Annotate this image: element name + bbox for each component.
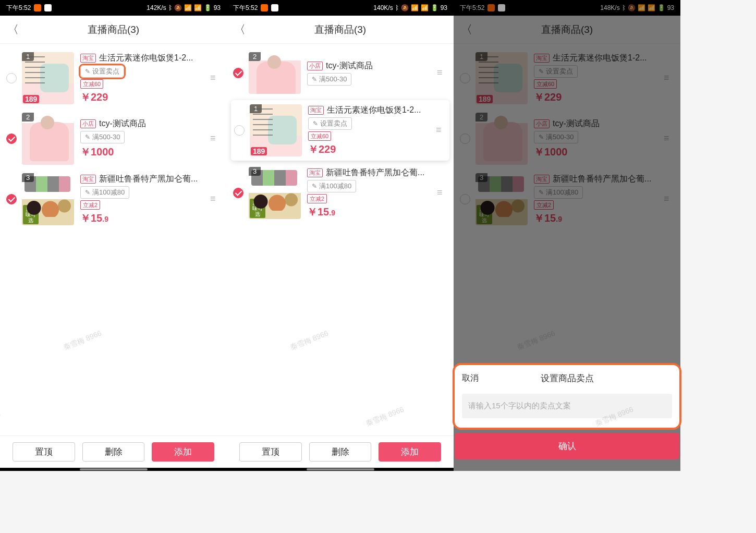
- product-checkbox[interactable]: [6, 73, 17, 83]
- product-info: 淘宝 生活元素迷你电饭煲1-2... 设置卖点 立减60 ￥229: [308, 105, 433, 156]
- set-sellpoint-button[interactable]: 满100减80: [307, 180, 356, 192]
- product-image[interactable]: 1 189: [250, 104, 302, 156]
- status-netspeed: 142K/s: [147, 4, 166, 11]
- store-tag: 淘宝: [80, 175, 96, 184]
- add-button[interactable]: 添加: [152, 442, 214, 462]
- battery-icon: 🔋: [204, 4, 212, 11]
- store-tag: 小店: [307, 62, 323, 70]
- product-checkbox[interactable]: [233, 188, 243, 198]
- product-list[interactable]: 2 小店 tcy-测试商品 满500-30 1 189 淘宝 生活元素迷你电: [227, 44, 454, 435]
- status-time: 下午5:52: [233, 4, 258, 13]
- wifi-icon: 📶: [421, 4, 429, 11]
- product-checkbox[interactable]: [6, 134, 17, 144]
- product-item[interactable]: 1 189 淘宝 生活元素迷你电饭煲1-2... 设置卖点 立减60 ￥229: [0, 48, 227, 108]
- footer-bar: 置顶 删除 添加: [227, 435, 454, 468]
- nav-bar: [0, 468, 227, 471]
- page-header: 〈 直播商品(3): [227, 16, 454, 44]
- product-info: 小店 tcy-测试商品 满500-30: [307, 60, 434, 86]
- product-rank-badge: 3: [22, 173, 34, 182]
- signal-icon: 📶: [411, 4, 419, 11]
- product-name: 新疆吐鲁番特产黑加仑葡...: [326, 167, 424, 178]
- set-sellpoint-button[interactable]: 满500-30: [307, 73, 351, 86]
- product-image-price: 189: [23, 95, 39, 103]
- product-name: tcy-测试商品: [326, 60, 373, 71]
- product-info: 淘宝 新疆吐鲁番特产黑加仑葡... 满100减80 立减2 ￥15.9: [307, 167, 434, 219]
- set-sellpoint-button[interactable]: 满100减80: [80, 186, 129, 199]
- product-item[interactable]: 3 多口味可选 淘宝 新疆吐鲁番特产黑加仑葡... 满100减80 立减2 ￥1…: [227, 163, 454, 223]
- battery-icon: 🔋: [431, 4, 438, 11]
- product-rank-badge: 1: [22, 52, 34, 61]
- product-checkbox[interactable]: [6, 194, 17, 204]
- product-item[interactable]: 2 小店 tcy-测试商品 满500-30 ￥1000: [0, 108, 227, 169]
- product-item[interactable]: 3 多口味可选 淘宝 新疆吐鲁番特产黑加仑葡... 满100减80 立减2 ￥1…: [0, 169, 227, 229]
- set-sellpoint-button[interactable]: 设置卖点: [308, 117, 352, 130]
- page-header: 〈 直播商品(3): [0, 16, 227, 44]
- product-price: ￥15.9: [80, 211, 207, 225]
- drag-handle-icon[interactable]: [210, 137, 221, 140]
- page-title: 直播商品(3): [88, 23, 139, 37]
- bluetooth-icon: ᛒ: [168, 4, 172, 11]
- product-info: 淘宝 生活元素迷你电饭煲1-2... 设置卖点 立减60 ￥229: [80, 53, 207, 104]
- sheet-panel: 取消 设置商品卖点 请输入15个字以内的卖点文案: [455, 365, 679, 428]
- product-corner-tag: 多口味可选: [250, 199, 265, 218]
- drag-handle-icon[interactable]: [437, 191, 447, 195]
- product-info: 小店 tcy-测试商品 满500-30 ￥1000: [80, 118, 207, 159]
- battery-level: 93: [441, 4, 447, 11]
- store-tag: 淘宝: [307, 168, 323, 177]
- back-button[interactable]: 〈: [7, 22, 19, 38]
- product-checkbox[interactable]: [233, 68, 243, 78]
- product-name: 生活元素迷你电饭煲1-2...: [327, 105, 421, 116]
- screen-3: 下午5:52 148K/s ᛒ 🔕 📶 📶 🔋 93 〈 直播商品(3) 1 1…: [454, 0, 680, 471]
- status-app-icon2: [271, 4, 278, 11]
- product-rank-badge: 2: [22, 113, 34, 122]
- product-item[interactable]: 2 小店 tcy-测试商品 满500-30: [227, 48, 454, 98]
- discount-tag: 立减2: [80, 200, 100, 210]
- product-price: ￥229: [80, 90, 207, 104]
- discount-tag: 立减60: [80, 79, 103, 89]
- product-rank-badge: 1: [250, 104, 262, 113]
- top-button[interactable]: 置顶: [13, 442, 75, 462]
- status-app-icon2: [44, 4, 52, 11]
- drag-handle-icon[interactable]: [437, 71, 447, 75]
- status-bar: 下午5:52 140K/s ᛒ 🔕 📶 📶 🔋 93: [227, 0, 454, 16]
- back-button[interactable]: 〈: [234, 22, 246, 38]
- product-image[interactable]: 3 多口味可选: [22, 173, 74, 225]
- product-name: tcy-测试商品: [99, 118, 146, 129]
- status-time: 下午5:52: [6, 4, 31, 13]
- product-image[interactable]: 2: [22, 113, 74, 165]
- drag-handle-icon[interactable]: [210, 77, 221, 80]
- product-info: 淘宝 新疆吐鲁番特产黑加仑葡... 满100减80 立减2 ￥15.9: [80, 174, 207, 225]
- delete-button[interactable]: 删除: [82, 442, 145, 462]
- sheet-cancel-button[interactable]: 取消: [462, 373, 479, 384]
- drag-handle-icon[interactable]: [436, 129, 446, 132]
- product-item-dragging[interactable]: 1 189 淘宝 生活元素迷你电饭煲1-2... 设置卖点 立减60 ￥229: [231, 100, 449, 161]
- product-price: ￥15.9: [307, 205, 434, 219]
- status-app-icon: [34, 4, 41, 11]
- watermark: 秦雪梅 8966: [62, 329, 103, 353]
- product-image[interactable]: 1 189: [22, 52, 74, 104]
- drag-handle-icon[interactable]: [210, 198, 221, 201]
- product-checkbox[interactable]: [234, 125, 245, 136]
- set-sellpoint-button[interactable]: 满500-30: [80, 131, 125, 143]
- footer-bar: 置顶 删除 添加: [0, 435, 227, 468]
- product-list[interactable]: 1 189 淘宝 生活元素迷你电饭煲1-2... 设置卖点 立减60 ￥229 …: [0, 44, 227, 435]
- product-image[interactable]: 3 多口味可选: [249, 167, 301, 219]
- sheet-confirm-button[interactable]: 确认: [455, 433, 679, 459]
- product-image[interactable]: 2: [249, 52, 301, 94]
- battery-level: 93: [214, 4, 221, 11]
- delete-button[interactable]: 删除: [309, 442, 372, 462]
- watermark: 秦雪梅 8966: [289, 329, 330, 353]
- set-sellpoint-button[interactable]: 设置卖点: [80, 65, 124, 78]
- top-button[interactable]: 置顶: [239, 442, 302, 462]
- sellpoint-input[interactable]: 请输入15个字以内的卖点文案: [462, 394, 672, 418]
- add-button[interactable]: 添加: [379, 442, 441, 462]
- mute-icon: 🔕: [174, 4, 182, 11]
- discount-tag: 立减60: [308, 131, 331, 141]
- status-bar: 下午5:52 142K/s ᛒ 🔕 📶 📶 🔋 93: [0, 0, 227, 16]
- screen-2: 下午5:52 140K/s ᛒ 🔕 📶 📶 🔋 93 〈 直播商品(3) 2 小: [227, 0, 454, 471]
- mute-icon: 🔕: [401, 4, 409, 11]
- nav-bar: [227, 468, 454, 471]
- product-price: ￥229: [308, 142, 433, 156]
- bottom-sheet: 取消 设置商品卖点 请输入15个字以内的卖点文案 确认: [455, 365, 679, 459]
- product-price: ￥1000: [80, 145, 207, 159]
